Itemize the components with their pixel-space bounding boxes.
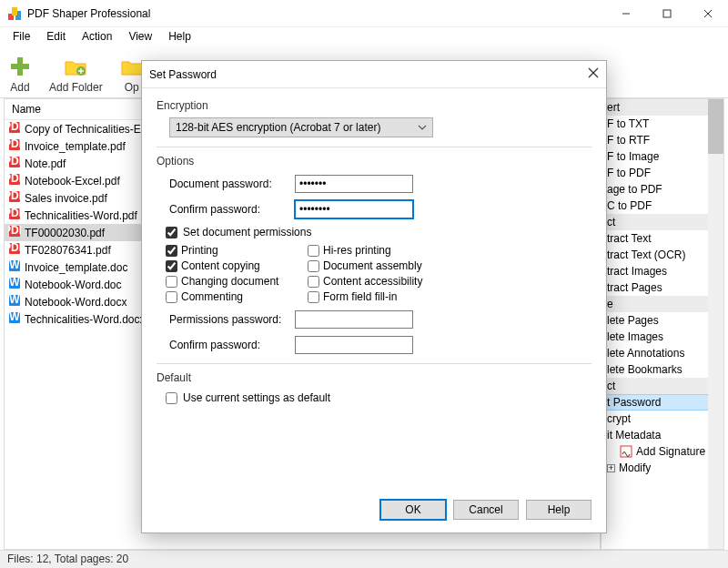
tree-item[interactable]: age to PDF <box>602 181 723 198</box>
tree-item[interactable]: crypt <box>602 411 723 427</box>
perm-content-accessibility-checkbox[interactable] <box>308 276 319 288</box>
separator <box>157 363 592 364</box>
file-name: Notebook-Excel.pdf <box>25 175 120 188</box>
svg-text:PDF: PDF <box>8 173 21 185</box>
menu-file[interactable]: File <box>5 28 37 45</box>
perm-hires-printing-checkbox[interactable] <box>308 245 319 257</box>
tree-section-header[interactable]: e <box>602 296 723 312</box>
right-panel: ertF to TXTF to RTFF to ImageF to PDFage… <box>601 98 728 550</box>
file-name: Invoice_template.pdf <box>25 140 126 153</box>
svg-text:PDF: PDF <box>8 190 21 202</box>
menu-edit[interactable]: Edit <box>39 28 73 45</box>
tree-item[interactable]: t Password <box>602 394 723 411</box>
menu-view[interactable]: View <box>121 28 159 45</box>
tree-item[interactable]: tract Images <box>602 263 723 279</box>
menu-help[interactable]: Help <box>161 28 198 45</box>
actions-tree[interactable]: ertF to TXTF to RTFF to ImageF to PDFage… <box>601 98 724 550</box>
file-name: Notebook-Word.doc <box>25 279 122 291</box>
perm-form-fill-checkbox[interactable] <box>308 291 319 303</box>
confirm-password-input[interactable] <box>295 200 413 218</box>
use-default-checkbox[interactable] <box>166 392 177 404</box>
tree-item[interactable]: F to PDF <box>602 165 723 181</box>
tree-item-label: lete Pages <box>607 314 659 327</box>
tree-item[interactable]: lete Bookmarks <box>602 361 723 378</box>
ok-button[interactable]: OK <box>380 500 446 520</box>
permissions-confirm-label: Confirm password: <box>169 339 288 351</box>
perm-document-assembly-checkbox[interactable] <box>308 260 319 272</box>
close-button[interactable] <box>687 0 728 27</box>
file-name: Technicalities-Word.pdf <box>25 209 137 222</box>
svg-text:W: W <box>9 259 20 271</box>
tree-item[interactable]: it Metadata <box>602 427 723 443</box>
tree-item-label: it Metadata <box>607 429 661 441</box>
help-button[interactable]: Help <box>526 500 592 520</box>
tree-item[interactable]: lete Pages <box>602 312 723 329</box>
tree-item-label: crypt <box>607 412 631 425</box>
tree-item[interactable]: F to TXT <box>602 116 723 132</box>
scrollbar[interactable] <box>708 99 723 549</box>
close-icon <box>588 67 599 78</box>
app-icon <box>7 6 22 21</box>
add-folder-button[interactable]: Add Folder <box>49 54 103 94</box>
set-permissions-label: Set document permissions <box>183 226 311 238</box>
perm-commenting-checkbox[interactable] <box>166 291 177 303</box>
permissions-confirm-input[interactable] <box>295 336 413 354</box>
dialog-title: Set Password <box>149 68 588 81</box>
tree-item-label: F to PDF <box>607 167 651 179</box>
tree-item[interactable]: tract Text (OCR) <box>602 247 723 263</box>
svg-text:W: W <box>9 311 20 323</box>
perm-changing-document-checkbox[interactable] <box>166 276 177 288</box>
maximize-button[interactable] <box>646 0 687 27</box>
file-name: TF00002030.pdf <box>25 227 105 239</box>
tree-item-label: F to TXT <box>607 117 649 130</box>
options-section-label: Options <box>157 155 592 167</box>
open-label: Op <box>125 81 139 94</box>
add-label: Add <box>10 81 29 94</box>
menu-bar: File Edit Action View Help <box>0 27 728 46</box>
tree-item[interactable]: tract Text <box>602 230 723 247</box>
pdf-icon: PDF <box>8 138 21 154</box>
pdf-icon: PDF <box>8 156 21 171</box>
plus-box-icon: + <box>607 464 615 472</box>
tree-item[interactable]: Add Signature <box>602 443 723 460</box>
tree-item-label: F to Image <box>607 150 659 163</box>
document-password-input[interactable] <box>295 175 413 193</box>
perm-printing-checkbox[interactable] <box>166 245 177 257</box>
tree-item[interactable]: lete Images <box>602 329 723 345</box>
document-password-label: Document password: <box>169 178 288 190</box>
add-button[interactable]: Add <box>7 54 33 94</box>
set-password-dialog: Set Password Encryption 128-bit AES encr… <box>141 60 607 533</box>
doc-icon: W <box>8 311 21 327</box>
cancel-button[interactable]: Cancel <box>453 500 519 520</box>
tree-item[interactable]: F to RTF <box>602 132 723 148</box>
dialog-close-button[interactable] <box>588 67 599 81</box>
scroll-thumb[interactable] <box>708 99 723 154</box>
tree-section-header[interactable]: ert <box>602 99 723 116</box>
tree-item[interactable]: lete Annotations <box>602 345 723 361</box>
perm-changing-document-label: Changing document <box>181 275 278 288</box>
perm-content-copying-checkbox[interactable] <box>166 260 177 272</box>
dialog-buttons: OK Cancel Help <box>142 491 606 532</box>
doc-icon: W <box>8 277 21 292</box>
pdf-icon: PDF <box>8 121 21 137</box>
tree-section-header[interactable]: ct <box>602 214 723 230</box>
svg-rect-2 <box>12 7 17 15</box>
menu-action[interactable]: Action <box>75 28 119 45</box>
tree-item[interactable]: tract Pages <box>602 279 723 296</box>
tree-expand-item[interactable]: +Modify <box>602 460 723 476</box>
tree-item[interactable]: F to Image <box>602 148 723 165</box>
tree-section-header[interactable]: ct <box>602 378 723 394</box>
svg-rect-8 <box>11 64 29 69</box>
file-name: Copy of Technicalities-Excel <box>25 123 160 136</box>
svg-text:PDF: PDF <box>8 242 21 254</box>
svg-text:PDF: PDF <box>8 138 21 150</box>
svg-text:PDF: PDF <box>8 121 21 133</box>
permissions-password-input[interactable] <box>295 310 413 329</box>
tree-item-label: t Password <box>607 396 661 409</box>
tree-item[interactable]: C to PDF <box>602 198 723 214</box>
set-permissions-checkbox[interactable] <box>166 227 177 238</box>
file-name: Sales invoice.pdf <box>25 192 107 205</box>
svg-text:W: W <box>9 277 20 289</box>
encryption-dropdown[interactable]: 128-bit AES encryption (Acrobat 7 or lat… <box>169 117 433 137</box>
minimize-button[interactable] <box>605 0 646 27</box>
